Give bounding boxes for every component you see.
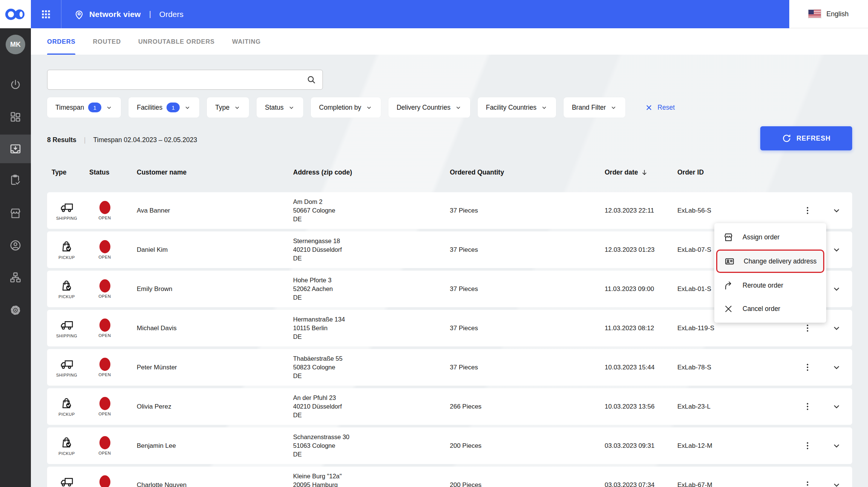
sort-desc-icon bbox=[640, 168, 648, 176]
top-header: Network view | Orders bbox=[31, 0, 789, 28]
table-row[interactable]: PICKUP OPEN Olivia Perez An der Pfuhl 23… bbox=[47, 388, 852, 425]
filter-chip[interactable]: Timespan 1 bbox=[47, 97, 121, 118]
address-line3: DE bbox=[293, 450, 450, 459]
row-expand-button[interactable] bbox=[828, 477, 845, 487]
delivery-address: An der Pfuhl 23 40210 Düsseldorf DE bbox=[293, 394, 450, 420]
row-expand-button[interactable] bbox=[828, 438, 845, 454]
filter-chip[interactable]: Brand Filter bbox=[564, 97, 625, 118]
main-content: Timespan 1 Facilities 1 Type Status Comp… bbox=[31, 55, 868, 487]
sidebar-item-logout[interactable] bbox=[0, 73, 31, 96]
chevron-down-icon bbox=[831, 401, 842, 412]
sidebar-item-orders[interactable] bbox=[0, 135, 31, 163]
pickup-bag-icon bbox=[60, 279, 74, 293]
column-customer[interactable]: Customer name bbox=[137, 168, 293, 176]
order-date: 10.03.2023 13:56 bbox=[605, 403, 677, 410]
reroute-icon bbox=[723, 280, 734, 291]
status-open-indicator bbox=[99, 319, 110, 332]
chip-label: Type bbox=[215, 104, 229, 112]
column-type[interactable]: Type bbox=[47, 168, 89, 176]
column-status[interactable]: Status bbox=[89, 168, 137, 176]
power-icon bbox=[9, 78, 22, 91]
column-order-date[interactable]: Order date bbox=[605, 168, 677, 176]
table-row[interactable]: SHIPPING OPEN Charlotte Nguyen Kleine Bu… bbox=[47, 467, 852, 487]
customer-name: Michael Davis bbox=[137, 325, 293, 332]
sidebar-item-tasks[interactable] bbox=[0, 168, 31, 192]
row-expand-button[interactable] bbox=[828, 242, 845, 258]
address-line1: Kleine Burg "12a" bbox=[293, 472, 450, 481]
delivery-address: Kleine Burg "12a" 20095 Hamburg DE bbox=[293, 472, 450, 487]
table-row[interactable]: PICKUP OPEN Benjamin Lee Schanzenstrasse… bbox=[47, 427, 852, 464]
address-line2: 20095 Hamburg bbox=[293, 481, 450, 487]
menu-item-assign-order[interactable]: Assign order bbox=[714, 225, 826, 249]
filter-chip[interactable]: Facilities 1 bbox=[128, 97, 199, 118]
refresh-label: REFRESH bbox=[796, 135, 831, 142]
menu-item-label: Cancel order bbox=[743, 305, 780, 313]
type-label: SHIPPING bbox=[56, 373, 77, 377]
search-input[interactable] bbox=[53, 76, 306, 84]
row-actions-button[interactable] bbox=[799, 202, 816, 219]
row-expand-button[interactable] bbox=[828, 359, 845, 376]
column-address[interactable]: Address (zip code) bbox=[293, 168, 450, 176]
status-label: OPEN bbox=[99, 451, 111, 455]
filter-chip[interactable]: Delivery Countries bbox=[388, 97, 470, 118]
tab[interactable]: UNROUTABLE ORDERS bbox=[138, 28, 215, 55]
title-separator: | bbox=[149, 10, 151, 18]
menu-item-reroute-order[interactable]: Reroute order bbox=[714, 274, 826, 297]
row-actions-button[interactable] bbox=[799, 477, 816, 487]
reset-label: Reset bbox=[657, 104, 675, 112]
customer-name: Charlotte Nguyen bbox=[137, 481, 293, 487]
table-header: Type Status Customer name Address (zip c… bbox=[47, 164, 852, 181]
order-id: ExLab-119-S bbox=[677, 325, 776, 332]
order-id: ExLab-23-L bbox=[677, 403, 776, 410]
tab[interactable]: ORDERS bbox=[47, 28, 75, 55]
row-actions-button[interactable] bbox=[799, 398, 816, 415]
filter-chip[interactable]: Facility Countries bbox=[478, 97, 556, 118]
table-row[interactable]: SHIPPING OPEN Peter Münster Thabäerstraß… bbox=[47, 349, 852, 386]
storefront-icon bbox=[723, 232, 734, 242]
order-id: ExLab-67-M bbox=[677, 481, 776, 487]
column-order-id[interactable]: Order ID bbox=[677, 168, 776, 176]
ordered-quantity: 37 Pieces bbox=[450, 325, 605, 332]
tab[interactable]: WAITING bbox=[232, 28, 261, 55]
chevron-down-icon bbox=[831, 205, 842, 216]
order-id: ExLab-56-S bbox=[677, 207, 776, 214]
delivery-address: Am Dom 2 50667 Cologne DE bbox=[293, 198, 450, 224]
menu-item-cancel-order[interactable]: Cancel order bbox=[714, 297, 826, 320]
filter-chip[interactable]: Status bbox=[257, 97, 303, 118]
sidebar-item-dashboard[interactable] bbox=[0, 105, 31, 129]
filter-chip[interactable]: Type bbox=[207, 97, 249, 118]
menu-item-change-delivery-address[interactable]: Change delivery address bbox=[716, 250, 824, 273]
sidebar-item-settings[interactable] bbox=[0, 299, 31, 322]
app-title: Network view bbox=[89, 10, 141, 19]
row-actions-button[interactable] bbox=[799, 359, 816, 376]
row-actions-button[interactable] bbox=[799, 438, 816, 454]
sidebar-item-store[interactable] bbox=[0, 202, 31, 225]
search-icon bbox=[306, 75, 316, 85]
sidebar-item-account[interactable] bbox=[0, 234, 31, 257]
app-grid-button[interactable] bbox=[41, 9, 51, 20]
sidebar-item-network[interactable] bbox=[0, 266, 31, 289]
kebab-menu-icon bbox=[802, 401, 813, 412]
row-expand-button[interactable] bbox=[828, 202, 845, 219]
column-quantity[interactable]: Ordered Quantity bbox=[450, 168, 605, 176]
order-date: 11.03.2023 09:00 bbox=[605, 285, 677, 293]
delivery-address: Sternengasse 18 40210 Düsseldorf DE bbox=[293, 237, 450, 263]
refresh-button[interactable]: REFRESH bbox=[760, 126, 852, 150]
results-timespan: Timespan 02.04.2023 – 02.05.2023 bbox=[93, 136, 197, 144]
tab[interactable]: ROUTED bbox=[93, 28, 121, 55]
chip-label: Facilities bbox=[137, 104, 162, 112]
chip-label: Status bbox=[265, 104, 284, 112]
tab-label: ROUTED bbox=[93, 38, 121, 45]
status-label: OPEN bbox=[99, 333, 111, 338]
avatar[interactable]: MK bbox=[6, 35, 25, 54]
sidebar: MK bbox=[0, 0, 31, 487]
language-selector[interactable]: English bbox=[789, 0, 868, 28]
chip-label: Facility Countries bbox=[486, 104, 536, 112]
row-expand-button[interactable] bbox=[828, 398, 845, 415]
row-expand-button[interactable] bbox=[828, 281, 845, 297]
status-open-indicator bbox=[99, 358, 110, 371]
filter-chip[interactable]: Completion by bbox=[311, 97, 381, 118]
row-expand-button[interactable] bbox=[828, 320, 845, 337]
reset-filters-button[interactable]: Reset bbox=[645, 104, 675, 112]
kebab-menu-icon bbox=[802, 441, 813, 451]
